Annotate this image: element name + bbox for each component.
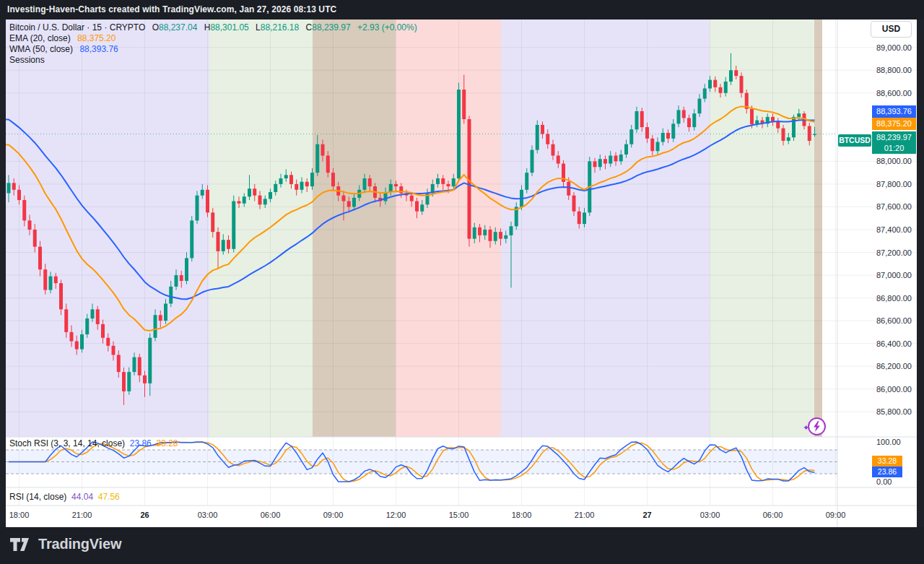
stoch-k-value: 23.86: [130, 438, 152, 448]
sparkle-icon: ✦: [803, 424, 809, 432]
tradingview-published-chart: Investing-Haven-Charts created with Trad…: [0, 0, 924, 564]
ohlc-close-key: C: [306, 22, 313, 32]
legend-wma-row[interactable]: WMA (50, close) 88,393.76: [9, 44, 417, 55]
stoch-rsi-legend[interactable]: Stoch RSI (3, 3, 14, 14, close) 23.86 33…: [9, 438, 178, 448]
ohlc-low-key: L: [256, 22, 261, 32]
legend-ema-row[interactable]: EMA (20, close) 88,375.20: [9, 33, 417, 44]
time-tick: 06:00: [261, 511, 281, 519]
price-tick: 86,600.00: [876, 316, 912, 325]
ohlc-low-value: 88,216.18: [261, 22, 299, 32]
time-tick: 06:00: [763, 511, 783, 519]
last-price-value: 88,239.97: [872, 132, 916, 143]
price-tick: 86,200.00: [876, 362, 912, 370]
stoch-axis-tick: 100.00: [876, 438, 901, 446]
legend-sessions-row[interactable]: Sessions: [9, 55, 417, 66]
rsi-legend[interactable]: RSI (14, close) 44.04 47.56: [9, 492, 120, 502]
stoch-d-value: 33.28: [156, 438, 178, 448]
time-tick: 09:00: [826, 511, 846, 519]
chart-title: Investing-Haven-Charts created with Trad…: [7, 4, 336, 14]
bar-countdown: 01:20: [872, 143, 916, 154]
wma-price-label: 88,393.76: [872, 105, 916, 118]
symbol-tag-label: BTCUSD: [838, 134, 871, 147]
legend-symbol-row[interactable]: Bitcoin / U.S. Dollar · 15 · CRYPTO O88,…: [9, 22, 417, 33]
time-tick: 18:00: [512, 511, 532, 519]
price-tick: 88,600.00: [876, 89, 912, 97]
stoch-axis-tick: 0.00: [876, 477, 892, 486]
price-tick: 89,000.00: [876, 43, 912, 52]
wma-value: 88,393.76: [79, 44, 118, 54]
currency-toggle-button[interactable]: USD: [871, 21, 912, 38]
rsi-label: RSI (14, close): [9, 492, 66, 502]
time-tick: 03:00: [700, 511, 720, 519]
ema-label: EMA (20, close): [9, 33, 71, 43]
price-tick: 86,800.00: [876, 294, 912, 303]
title-bar: Investing-Haven-Charts created with Trad…: [0, 0, 924, 19]
stoch-d-axis-label: 33.28: [872, 456, 902, 467]
wma-label: WMA (50, close): [9, 44, 73, 54]
legend: Bitcoin / U.S. Dollar · 15 · CRYPTO O88,…: [9, 22, 417, 66]
time-tick-day: 27: [642, 511, 651, 519]
price-tick: 87,800.00: [876, 180, 912, 188]
ohlc-open-key: O: [152, 22, 159, 32]
last-price-label: 88,239.97 01:20: [872, 131, 916, 154]
price-tick: 85,800.00: [876, 407, 912, 416]
price-tick: 88,000.00: [876, 157, 912, 165]
price-tick: 88,800.00: [876, 66, 912, 74]
tradingview-wordmark: TradingView: [38, 536, 121, 552]
time-tick: 09:00: [323, 511, 344, 519]
time-tick: 21:00: [575, 511, 595, 519]
ema-value: 88,375.20: [77, 33, 116, 43]
time-axis[interactable]: 18:0021:002603:0006:0009:0012:0015:0018:…: [6, 506, 917, 527]
boost-lightning-icon[interactable]: ✦: [808, 417, 826, 435]
ohlc-open-value: 88,237.04: [159, 22, 197, 32]
price-tick: 87,400.00: [876, 225, 912, 234]
time-tick: 21:00: [72, 511, 92, 519]
time-tick: 12:00: [386, 511, 406, 519]
price-chart-pane[interactable]: [6, 19, 837, 437]
ohlc-change: +2.93 (+0.00%): [357, 22, 417, 32]
sessions-label: Sessions: [9, 55, 45, 65]
price-tick: 86,000.00: [876, 385, 912, 394]
ohlc-close-value: 88,239.97: [312, 22, 350, 32]
footer-bar: TradingView: [0, 527, 924, 564]
symbol-title: Bitcoin / U.S. Dollar · 15 · CRYPTO: [9, 22, 145, 32]
price-tick: 87,000.00: [876, 271, 912, 279]
rsi-value: 44.04: [71, 492, 93, 502]
ohlc-high-value: 88,301.05: [210, 22, 248, 32]
time-tick: 03:00: [198, 511, 218, 519]
tradingview-mark-icon: [10, 538, 32, 551]
time-tick: 18:00: [9, 511, 30, 519]
price-tick: 87,600.00: [876, 202, 912, 211]
lightning-bolt-icon: [809, 419, 824, 434]
time-tick-day: 26: [140, 511, 149, 519]
price-tick: 86,400.00: [876, 339, 912, 348]
tradingview-logo[interactable]: TradingView: [10, 536, 121, 552]
stoch-rsi-label: Stoch RSI (3, 3, 14, 14, close): [9, 438, 125, 448]
rsi-ma-value: 47.56: [98, 492, 120, 502]
time-tick: 15:00: [449, 511, 469, 519]
price-tick: 87,200.00: [876, 248, 912, 257]
stoch-k-axis-label: 23.86: [872, 467, 902, 477]
ema-price-label: 88,375.20: [872, 118, 916, 130]
